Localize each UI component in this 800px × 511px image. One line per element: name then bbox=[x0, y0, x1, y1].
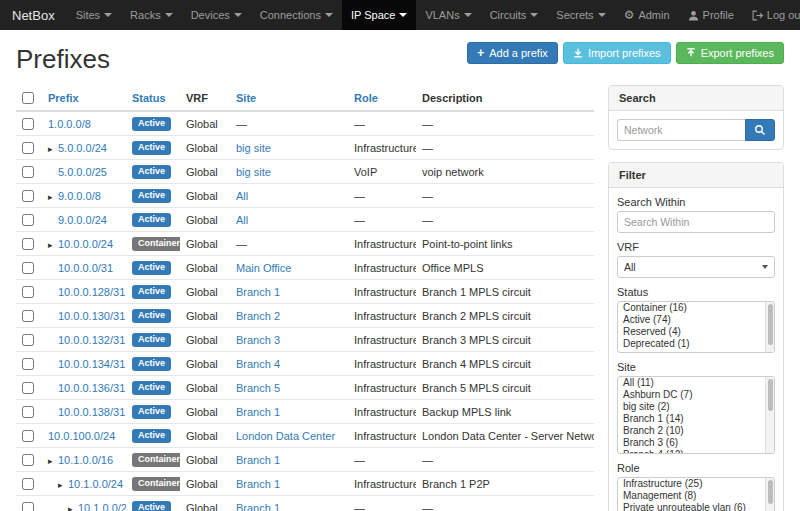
prefix-link[interactable]: 10.0.0.134/31 bbox=[58, 358, 125, 370]
listbox-option[interactable]: Infrastructure (25) bbox=[618, 478, 774, 490]
nav-item-devices[interactable]: Devices bbox=[182, 0, 251, 30]
listbox-option[interactable]: big site (2) bbox=[618, 401, 774, 413]
site-link[interactable]: Branch 2 bbox=[236, 310, 280, 322]
role-listbox[interactable]: Infrastructure (25)Management (8)Private… bbox=[617, 477, 775, 511]
listbox-option[interactable]: Branch 3 (6) bbox=[618, 437, 774, 449]
nav-profile[interactable]: Profile bbox=[679, 0, 743, 30]
site-link[interactable]: All bbox=[236, 214, 248, 226]
nav-logout[interactable]: Log out bbox=[743, 0, 800, 30]
nav-item-vlans[interactable]: VLANs bbox=[416, 0, 480, 30]
scrollbar[interactable] bbox=[765, 478, 774, 511]
import-prefixes-button[interactable]: Import prefixes bbox=[563, 42, 671, 64]
nav-admin[interactable]: ⚙Admin bbox=[615, 0, 679, 30]
site-link[interactable]: Branch 3 bbox=[236, 334, 280, 346]
column-header-role[interactable]: Role bbox=[348, 85, 416, 111]
row-checkbox[interactable] bbox=[22, 310, 34, 322]
listbox-option[interactable]: Reserved (4) bbox=[618, 326, 774, 338]
row-checkbox[interactable] bbox=[22, 238, 34, 250]
select-all-checkbox[interactable] bbox=[22, 92, 34, 104]
nav-item-connections[interactable]: Connections bbox=[251, 0, 342, 30]
nav-item-circuits[interactable]: Circuits bbox=[481, 0, 548, 30]
prefix-link[interactable]: 10.0.0.130/31 bbox=[58, 310, 125, 322]
site-link[interactable]: Branch 5 bbox=[236, 382, 280, 394]
scrollbar[interactable] bbox=[765, 377, 774, 453]
row-checkbox[interactable] bbox=[22, 502, 34, 511]
search-within-input[interactable] bbox=[617, 211, 775, 233]
status-listbox[interactable]: Container (16)Active (74)Reserved (4)Dep… bbox=[617, 301, 775, 353]
site-link[interactable]: Branch 1 bbox=[236, 502, 280, 511]
listbox-option[interactable]: Active (74) bbox=[618, 314, 774, 326]
site-link[interactable]: big site bbox=[236, 166, 271, 178]
scrollbar[interactable] bbox=[765, 302, 774, 352]
listbox-option[interactable]: Container (16) bbox=[618, 302, 774, 314]
site-link[interactable]: Branch 1 bbox=[236, 406, 280, 418]
row-checkbox[interactable] bbox=[22, 478, 34, 490]
site-link[interactable]: All bbox=[236, 190, 248, 202]
add-prefix-button[interactable]: +Add a prefix bbox=[467, 42, 558, 64]
export-prefixes-button[interactable]: Export prefixes bbox=[676, 42, 784, 64]
row-checkbox[interactable] bbox=[22, 334, 34, 346]
prefix-link[interactable]: 10.0.0.0/24 bbox=[58, 238, 113, 250]
search-button[interactable] bbox=[745, 119, 775, 141]
table-row: ▸10.1.0.0/24ContainerGlobalBranch 1Infra… bbox=[16, 472, 594, 496]
prefix-link[interactable]: 10.0.0.0/31 bbox=[58, 262, 113, 274]
listbox-option[interactable]: Private unrouteable vlan (6) bbox=[618, 502, 774, 511]
site-link[interactable]: Branch 1 bbox=[236, 478, 280, 490]
listbox-option[interactable]: Branch 4 (12) bbox=[618, 449, 774, 454]
nav-item-sites[interactable]: Sites bbox=[67, 0, 121, 30]
vrf-select[interactable]: All bbox=[617, 256, 775, 278]
row-checkbox[interactable] bbox=[22, 382, 34, 394]
prefix-link[interactable]: 9.0.0.0/8 bbox=[58, 190, 101, 202]
row-checkbox[interactable] bbox=[22, 358, 34, 370]
prefix-link[interactable]: 10.0.0.136/31 bbox=[58, 382, 125, 394]
column-header-prefix[interactable]: Prefix bbox=[42, 85, 126, 111]
brand[interactable]: NetBox bbox=[12, 0, 67, 30]
site-link[interactable]: Branch 1 bbox=[236, 454, 280, 466]
site-link[interactable]: Main Office bbox=[236, 262, 291, 274]
row-checkbox[interactable] bbox=[22, 118, 34, 130]
prefix-link[interactable]: 5.0.0.0/25 bbox=[58, 166, 107, 178]
listbox-option[interactable]: Ashburn DC (7) bbox=[618, 389, 774, 401]
prefix-link[interactable]: 10.1.0.0/24 bbox=[68, 478, 123, 490]
expand-caret-icon[interactable]: ▸ bbox=[48, 240, 58, 250]
site-listbox[interactable]: All (11)Ashburn DC (7)big site (2)Branch… bbox=[617, 376, 775, 454]
nav-item-racks[interactable]: Racks bbox=[121, 0, 182, 30]
prefix-link[interactable]: 10.0.0.132/31 bbox=[58, 334, 125, 346]
column-header-site[interactable]: Site bbox=[230, 85, 348, 111]
row-checkbox[interactable] bbox=[22, 142, 34, 154]
row-checkbox[interactable] bbox=[22, 406, 34, 418]
prefix-link[interactable]: 10.1.0.0/25 bbox=[78, 502, 126, 511]
expand-caret-icon[interactable]: ▸ bbox=[68, 504, 78, 511]
row-checkbox[interactable] bbox=[22, 454, 34, 466]
row-checkbox[interactable] bbox=[22, 214, 34, 226]
prefix-link[interactable]: 5.0.0.0/24 bbox=[58, 142, 107, 154]
column-header-status[interactable]: Status bbox=[126, 85, 180, 111]
prefix-link[interactable]: 10.0.0.128/31 bbox=[58, 286, 125, 298]
prefix-link[interactable]: 9.0.0.0/24 bbox=[58, 214, 107, 226]
row-checkbox[interactable] bbox=[22, 190, 34, 202]
expand-caret-icon[interactable]: ▸ bbox=[48, 456, 58, 466]
search-input[interactable] bbox=[617, 119, 745, 141]
site-link[interactable]: big site bbox=[236, 142, 271, 154]
site-link[interactable]: London Data Center bbox=[236, 430, 335, 442]
prefix-link[interactable]: 10.1.0.0/16 bbox=[58, 454, 113, 466]
nav-item-ip-space[interactable]: IP Space bbox=[342, 0, 416, 30]
expand-caret-icon[interactable]: ▸ bbox=[48, 144, 58, 154]
prefix-link[interactable]: 10.0.0.138/31 bbox=[58, 406, 125, 418]
nav-item-secrets[interactable]: Secrets bbox=[547, 0, 614, 30]
prefix-link[interactable]: 1.0.0.0/8 bbox=[48, 118, 91, 130]
prefix-link[interactable]: 10.0.100.0/24 bbox=[48, 430, 115, 442]
row-checkbox[interactable] bbox=[22, 262, 34, 274]
listbox-option[interactable]: Branch 1 (14) bbox=[618, 413, 774, 425]
listbox-option[interactable]: Deprecated (1) bbox=[618, 338, 774, 350]
row-checkbox[interactable] bbox=[22, 166, 34, 178]
listbox-option[interactable]: Branch 2 (10) bbox=[618, 425, 774, 437]
site-link[interactable]: Branch 1 bbox=[236, 286, 280, 298]
row-checkbox[interactable] bbox=[22, 286, 34, 298]
expand-caret-icon[interactable]: ▸ bbox=[58, 480, 68, 490]
site-link[interactable]: Branch 4 bbox=[236, 358, 280, 370]
expand-caret-icon[interactable]: ▸ bbox=[48, 192, 58, 202]
row-checkbox[interactable] bbox=[22, 430, 34, 442]
listbox-option[interactable]: Management (8) bbox=[618, 490, 774, 502]
listbox-option[interactable]: All (11) bbox=[618, 377, 774, 389]
